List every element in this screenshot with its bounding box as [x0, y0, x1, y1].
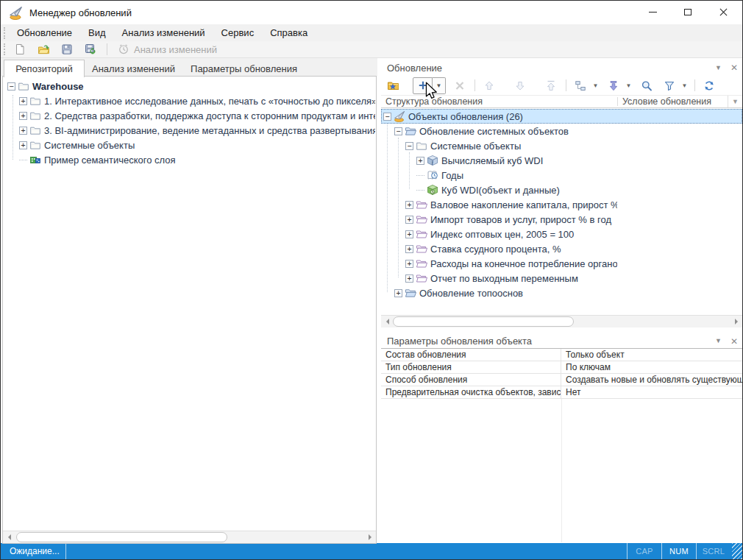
- toolbar-grip[interactable]: [4, 43, 6, 55]
- collapse-icon[interactable]: −: [394, 127, 402, 135]
- expand-icon[interactable]: +: [19, 97, 27, 105]
- new-document-icon: [14, 43, 26, 55]
- collapse-icon[interactable]: −: [7, 82, 15, 91]
- scrollbar-thumb[interactable]: [16, 532, 227, 542]
- param-row[interactable]: Тип обновленияПо ключам: [381, 361, 742, 374]
- tree-view-button[interactable]: [571, 77, 590, 94]
- tab-repository[interactable]: Репозиторий: [4, 60, 85, 77]
- filter-button-dropdown[interactable]: ▼: [680, 77, 689, 94]
- param-value[interactable]: Нет: [561, 386, 742, 398]
- delete-button[interactable]: [450, 77, 469, 94]
- tree-row[interactable]: +Импорт товаров и услуг, прирост % в год: [381, 212, 742, 227]
- expand-icon[interactable]: +: [405, 260, 413, 268]
- tree-row[interactable]: −Обновление системных объектов: [381, 124, 742, 138]
- status-indicator-scrl: SCRL: [697, 543, 730, 559]
- menu-item[interactable]: Вид: [80, 25, 114, 41]
- resize-grip-icon[interactable]: [732, 543, 742, 559]
- scroll-left-icon[interactable]: [381, 316, 393, 327]
- param-row[interactable]: Предварительная очистка объектов, зависи…: [381, 386, 742, 399]
- tree-row[interactable]: −Warehouse: [3, 79, 375, 93]
- expand-icon[interactable]: +: [405, 245, 413, 253]
- move-up-button[interactable]: [480, 77, 499, 94]
- tree-item-label: 3. BI-администрирование, ведение метадан…: [44, 125, 375, 136]
- close-icon[interactable]: ✕: [730, 63, 738, 72]
- param-row[interactable]: Способ обновленияСоздавать новые и обнов…: [381, 374, 742, 386]
- add-button[interactable]: [413, 77, 433, 94]
- expand-icon[interactable]: +: [19, 112, 27, 120]
- menu-item[interactable]: Обновление: [9, 25, 80, 41]
- expand-icon[interactable]: +: [405, 274, 413, 283]
- menu-item[interactable]: Анализ изменений: [114, 25, 213, 41]
- column-condition[interactable]: Условие обновления: [622, 96, 711, 107]
- tree-row[interactable]: +Системные объекты: [3, 138, 375, 152]
- expand-icon[interactable]: +: [405, 230, 413, 238]
- analysis-changes-button[interactable]: Анализ изменений: [111, 43, 224, 55]
- tree-row[interactable]: Куб WDI(объект и данные): [381, 182, 742, 197]
- tab-update-params[interactable]: Параметры обновления: [182, 60, 305, 77]
- tree-row[interactable]: +Индекс оптовых цен, 2005 = 100: [381, 227, 742, 241]
- add-update-object-button[interactable]: [383, 77, 402, 94]
- new-update-button[interactable]: [9, 41, 31, 57]
- param-row[interactable]: Состав обновленияТолько объект: [381, 349, 742, 361]
- move-top-button[interactable]: [541, 77, 561, 94]
- tree-row[interactable]: +1. Интерактивное исследование данных, п…: [3, 93, 375, 108]
- expand-icon[interactable]: +: [416, 157, 424, 165]
- update-hscrollbar[interactable]: [381, 315, 742, 327]
- tree-row[interactable]: +Валовое накопление капитала, прирост % …: [381, 197, 742, 212]
- collapse-icon[interactable]: −: [383, 113, 391, 121]
- tree-row[interactable]: −Объекты обновления (26): [381, 109, 742, 124]
- close-button[interactable]: [705, 1, 741, 24]
- tree-view-button-dropdown[interactable]: ▼: [591, 77, 600, 94]
- tree-row[interactable]: Пример семантического слоя: [3, 152, 375, 167]
- tab-change-analysis[interactable]: Анализ изменений: [85, 60, 182, 77]
- menu-item[interactable]: Сервис: [213, 25, 263, 41]
- tree-row[interactable]: −Системные объекты: [381, 138, 742, 153]
- tree-row[interactable]: +Обновление топооснов: [381, 286, 742, 300]
- update-manager-window: Менеджер обновлений ОбновлениеВидАнализ …: [0, 0, 743, 560]
- scroll-right-icon[interactable]: [730, 316, 742, 327]
- scrollbar-thumb[interactable]: [393, 316, 574, 327]
- expand-icon[interactable]: +: [405, 201, 413, 209]
- expand-icon[interactable]: +: [19, 127, 27, 135]
- tree-row[interactable]: +2. Средства разработки, поддержка досту…: [3, 108, 375, 123]
- tree-view-icon: [575, 79, 586, 91]
- param-value[interactable]: По ключам: [561, 361, 742, 373]
- close-icon[interactable]: ✕: [730, 337, 738, 346]
- expand-levels-button[interactable]: [604, 77, 623, 94]
- expand-icon[interactable]: +: [405, 216, 413, 224]
- maximize-button[interactable]: [670, 1, 705, 24]
- tree-row[interactable]: +fВычисляемый куб WDI: [381, 153, 742, 168]
- collapse-icon[interactable]: −: [405, 142, 413, 150]
- tree-row[interactable]: +Отчет по выходным переменным: [381, 271, 742, 286]
- column-structure[interactable]: Структура обновления: [385, 96, 483, 107]
- move-down-button[interactable]: [511, 77, 530, 94]
- add-button-dropdown[interactable]: ▼: [433, 77, 446, 94]
- column-options-button[interactable]: ▼: [728, 96, 742, 107]
- save-update-button[interactable]: [56, 41, 78, 57]
- add-button[interactable]: ▼: [413, 77, 446, 94]
- filter-button[interactable]: [660, 77, 679, 94]
- tree-row[interactable]: +Ставка ссудного процента, %: [381, 241, 742, 256]
- scroll-left-icon[interactable]: [3, 531, 15, 543]
- tree-row[interactable]: Годы: [381, 168, 742, 182]
- plus-icon: [417, 79, 429, 91]
- chevron-down-icon[interactable]: ▼: [715, 338, 722, 344]
- column-divider[interactable]: [617, 97, 618, 106]
- scroll-right-icon[interactable]: [364, 531, 376, 543]
- expand-icon[interactable]: +: [19, 141, 27, 149]
- open-update-button[interactable]: [32, 41, 54, 57]
- refresh-button[interactable]: [700, 77, 719, 94]
- minimize-button[interactable]: [635, 1, 670, 24]
- tree-row[interactable]: +Расходы на конечное потребление органов…: [381, 256, 742, 271]
- search-button[interactable]: [637, 77, 656, 94]
- param-value[interactable]: Только объект: [561, 349, 742, 361]
- tree-row[interactable]: +3. BI-администрирование, ведение метада…: [3, 123, 375, 138]
- expand-levels-button-dropdown[interactable]: ▼: [624, 77, 633, 94]
- chevron-down-icon[interactable]: ▼: [715, 65, 722, 71]
- menu-item[interactable]: Справка: [262, 25, 316, 41]
- repository-hscrollbar[interactable]: [3, 531, 376, 543]
- expand-icon[interactable]: +: [394, 289, 402, 297]
- param-value[interactable]: Создавать новые и обновлять существующие: [561, 374, 742, 386]
- save-all-button[interactable]: [79, 41, 102, 57]
- toolbar-grip[interactable]: [4, 27, 6, 39]
